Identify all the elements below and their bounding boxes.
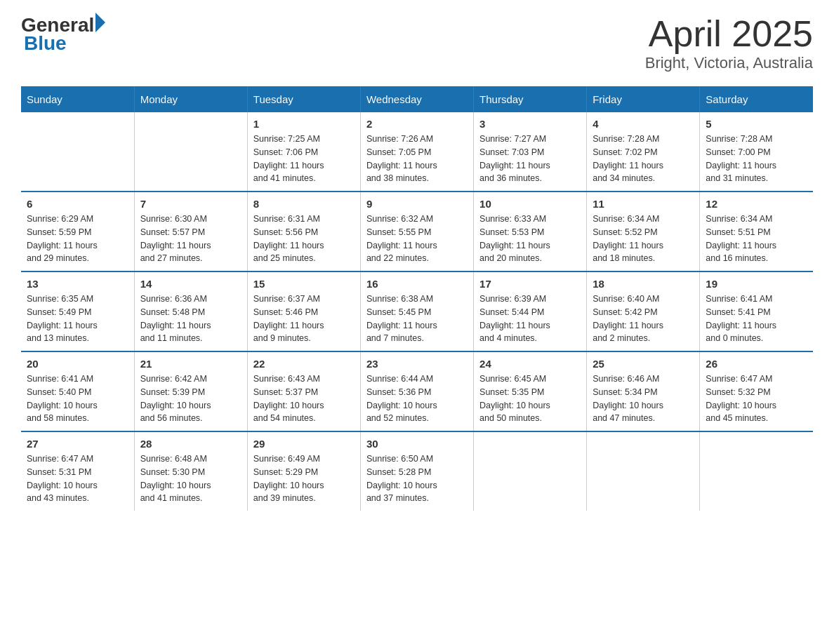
day-number: 11 (593, 198, 694, 210)
day-number: 30 (366, 438, 468, 450)
calendar-cell (587, 431, 700, 511)
day-info: Sunrise: 6:49 AM Sunset: 5:29 PM Dayligh… (253, 452, 355, 505)
day-info: Sunrise: 6:38 AM Sunset: 5:45 PM Dayligh… (366, 293, 468, 345)
calendar-cell: 8Sunrise: 6:31 AM Sunset: 5:56 PM Daylig… (247, 192, 360, 271)
day-number: 14 (140, 278, 241, 290)
day-info: Sunrise: 6:48 AM Sunset: 5:30 PM Dayligh… (140, 452, 241, 505)
calendar-cell: 10Sunrise: 6:33 AM Sunset: 5:53 PM Dayli… (474, 192, 587, 271)
calendar-week-row: 6Sunrise: 6:29 AM Sunset: 5:59 PM Daylig… (21, 192, 813, 271)
calendar-cell: 16Sunrise: 6:38 AM Sunset: 5:45 PM Dayli… (360, 271, 473, 351)
calendar-cell: 4Sunrise: 7:28 AM Sunset: 7:02 PM Daylig… (587, 112, 700, 192)
page-subtitle: Bright, Victoria, Australia (645, 54, 813, 72)
day-number: 9 (366, 198, 468, 210)
day-info: Sunrise: 6:40 AM Sunset: 5:42 PM Dayligh… (593, 293, 694, 345)
calendar-cell: 12Sunrise: 6:34 AM Sunset: 5:51 PM Dayli… (700, 192, 813, 271)
day-info: Sunrise: 6:31 AM Sunset: 5:56 PM Dayligh… (253, 213, 355, 265)
day-info: Sunrise: 6:50 AM Sunset: 5:28 PM Dayligh… (366, 452, 468, 505)
calendar-week-row: 1Sunrise: 7:25 AM Sunset: 7:06 PM Daylig… (21, 112, 813, 192)
calendar-cell (474, 431, 587, 511)
calendar-cell: 7Sunrise: 6:30 AM Sunset: 5:57 PM Daylig… (134, 192, 247, 271)
day-number: 15 (253, 278, 355, 290)
day-info: Sunrise: 6:41 AM Sunset: 5:40 PM Dayligh… (27, 373, 128, 425)
calendar-cell: 23Sunrise: 6:44 AM Sunset: 5:36 PM Dayli… (360, 351, 473, 431)
weekday-header-row: SundayMondayTuesdayWednesdayThursdayFrid… (21, 86, 813, 112)
calendar-cell: 3Sunrise: 7:27 AM Sunset: 7:03 PM Daylig… (474, 112, 587, 192)
day-info: Sunrise: 6:47 AM Sunset: 5:32 PM Dayligh… (706, 373, 807, 425)
day-number: 27 (27, 438, 128, 450)
calendar-header: SundayMondayTuesdayWednesdayThursdayFrid… (21, 86, 813, 112)
calendar-week-row: 20Sunrise: 6:41 AM Sunset: 5:40 PM Dayli… (21, 351, 813, 431)
logo: General Blue (21, 14, 105, 55)
day-number: 7 (140, 198, 241, 210)
calendar-cell: 30Sunrise: 6:50 AM Sunset: 5:28 PM Dayli… (360, 431, 473, 511)
calendar-cell: 24Sunrise: 6:45 AM Sunset: 5:35 PM Dayli… (474, 351, 587, 431)
calendar-cell: 22Sunrise: 6:43 AM Sunset: 5:37 PM Dayli… (247, 351, 360, 431)
day-number: 18 (593, 278, 694, 290)
day-info: Sunrise: 6:35 AM Sunset: 5:49 PM Dayligh… (27, 293, 128, 345)
day-info: Sunrise: 6:47 AM Sunset: 5:31 PM Dayligh… (27, 452, 128, 505)
calendar-cell: 15Sunrise: 6:37 AM Sunset: 5:46 PM Dayli… (247, 271, 360, 351)
day-info: Sunrise: 6:29 AM Sunset: 5:59 PM Dayligh… (27, 213, 128, 265)
weekday-header-sunday: Sunday (21, 86, 134, 112)
calendar-cell (700, 431, 813, 511)
calendar-cell: 27Sunrise: 6:47 AM Sunset: 5:31 PM Dayli… (21, 431, 134, 511)
day-number: 1 (253, 118, 355, 130)
calendar-cell (21, 112, 134, 192)
day-info: Sunrise: 7:28 AM Sunset: 7:00 PM Dayligh… (706, 133, 807, 185)
calendar-cell: 11Sunrise: 6:34 AM Sunset: 5:52 PM Dayli… (587, 192, 700, 271)
weekday-header-saturday: Saturday (700, 86, 813, 112)
calendar-cell: 25Sunrise: 6:46 AM Sunset: 5:34 PM Dayli… (587, 351, 700, 431)
day-number: 24 (479, 358, 581, 370)
day-number: 17 (479, 278, 581, 290)
day-info: Sunrise: 6:34 AM Sunset: 5:51 PM Dayligh… (706, 213, 807, 265)
day-info: Sunrise: 7:28 AM Sunset: 7:02 PM Dayligh… (593, 133, 694, 185)
day-number: 12 (706, 198, 807, 210)
day-number: 25 (593, 358, 694, 370)
day-info: Sunrise: 6:37 AM Sunset: 5:46 PM Dayligh… (253, 293, 355, 345)
day-number: 6 (27, 198, 128, 210)
day-info: Sunrise: 6:45 AM Sunset: 5:35 PM Dayligh… (479, 373, 581, 425)
day-number: 4 (593, 118, 694, 130)
day-info: Sunrise: 6:42 AM Sunset: 5:39 PM Dayligh… (140, 373, 241, 425)
title-block: April 2025 Bright, Victoria, Australia (645, 14, 813, 72)
day-number: 10 (479, 198, 581, 210)
day-info: Sunrise: 6:36 AM Sunset: 5:48 PM Dayligh… (140, 293, 241, 345)
page-title: April 2025 (645, 14, 813, 54)
calendar-cell: 20Sunrise: 6:41 AM Sunset: 5:40 PM Dayli… (21, 351, 134, 431)
calendar-table: SundayMondayTuesdayWednesdayThursdayFrid… (21, 86, 813, 511)
page-header: General Blue April 2025 Bright, Victoria… (21, 14, 813, 72)
weekday-header-monday: Monday (134, 86, 247, 112)
day-info: Sunrise: 6:41 AM Sunset: 5:41 PM Dayligh… (706, 293, 807, 345)
day-number: 21 (140, 358, 241, 370)
calendar-cell: 2Sunrise: 7:26 AM Sunset: 7:05 PM Daylig… (360, 112, 473, 192)
calendar-cell: 13Sunrise: 6:35 AM Sunset: 5:49 PM Dayli… (21, 271, 134, 351)
day-number: 22 (253, 358, 355, 370)
calendar-cell: 14Sunrise: 6:36 AM Sunset: 5:48 PM Dayli… (134, 271, 247, 351)
weekday-header-tuesday: Tuesday (247, 86, 360, 112)
day-info: Sunrise: 6:46 AM Sunset: 5:34 PM Dayligh… (593, 373, 694, 425)
calendar-cell: 9Sunrise: 6:32 AM Sunset: 5:55 PM Daylig… (360, 192, 473, 271)
calendar-cell: 6Sunrise: 6:29 AM Sunset: 5:59 PM Daylig… (21, 192, 134, 271)
calendar-cell: 19Sunrise: 6:41 AM Sunset: 5:41 PM Dayli… (700, 271, 813, 351)
day-number: 8 (253, 198, 355, 210)
day-number: 13 (27, 278, 128, 290)
day-info: Sunrise: 6:43 AM Sunset: 5:37 PM Dayligh… (253, 373, 355, 425)
day-number: 20 (27, 358, 128, 370)
day-number: 3 (479, 118, 581, 130)
calendar-body: 1Sunrise: 7:25 AM Sunset: 7:06 PM Daylig… (21, 112, 813, 511)
day-number: 19 (706, 278, 807, 290)
weekday-header-thursday: Thursday (474, 86, 587, 112)
calendar-cell: 5Sunrise: 7:28 AM Sunset: 7:00 PM Daylig… (700, 112, 813, 192)
day-number: 2 (366, 118, 468, 130)
calendar-cell: 29Sunrise: 6:49 AM Sunset: 5:29 PM Dayli… (247, 431, 360, 511)
day-info: Sunrise: 7:25 AM Sunset: 7:06 PM Dayligh… (253, 133, 355, 185)
calendar-cell: 26Sunrise: 6:47 AM Sunset: 5:32 PM Dayli… (700, 351, 813, 431)
calendar-cell: 28Sunrise: 6:48 AM Sunset: 5:30 PM Dayli… (134, 431, 247, 511)
calendar-cell: 18Sunrise: 6:40 AM Sunset: 5:42 PM Dayli… (587, 271, 700, 351)
calendar-cell: 21Sunrise: 6:42 AM Sunset: 5:39 PM Dayli… (134, 351, 247, 431)
day-info: Sunrise: 6:39 AM Sunset: 5:44 PM Dayligh… (479, 293, 581, 345)
calendar-week-row: 27Sunrise: 6:47 AM Sunset: 5:31 PM Dayli… (21, 431, 813, 511)
day-number: 29 (253, 438, 355, 450)
day-number: 26 (706, 358, 807, 370)
day-info: Sunrise: 7:27 AM Sunset: 7:03 PM Dayligh… (479, 133, 581, 185)
